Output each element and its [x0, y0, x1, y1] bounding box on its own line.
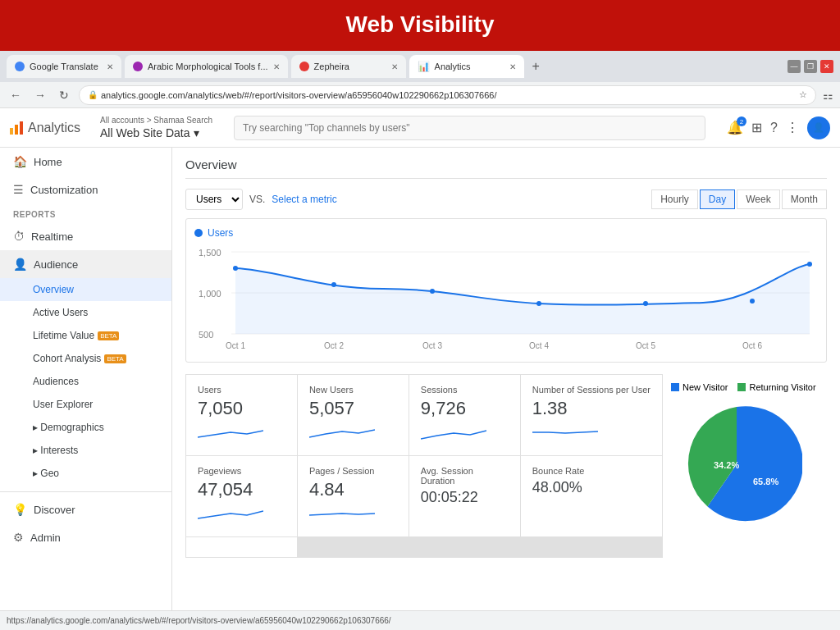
svg-point-12	[807, 262, 812, 267]
logo-bar-1	[10, 128, 13, 135]
sidebar-item-user-explorer[interactable]: User Explorer	[0, 393, 171, 416]
chart-legend-label: Users	[208, 227, 233, 239]
help-icon[interactable]: ?	[770, 121, 778, 135]
ga-account-info: All accounts > Shamaa Search All Web Sit…	[100, 116, 212, 139]
metric-selector[interactable]: Users	[185, 189, 243, 210]
breadcrumb: All accounts > Shamaa Search	[100, 116, 212, 125]
new-tab-button[interactable]: +	[532, 59, 540, 74]
close-button[interactable]: ✕	[820, 60, 833, 73]
tab-analytics[interactable]: 📊 Analytics ✕	[409, 55, 524, 78]
line-chart: 1,500 1,000 500 Oct 1	[194, 244, 818, 350]
ga-property-selector[interactable]: All Web Site Data ▾	[100, 126, 212, 139]
svg-point-9	[536, 301, 541, 306]
reload-button[interactable]: ↻	[56, 87, 72, 103]
admin-icon: ⚙	[13, 531, 24, 544]
sidebar-item-home[interactable]: 🏠 Home	[0, 148, 171, 176]
bookmark-icon[interactable]: ☆	[799, 89, 807, 100]
sidebar-audiences-label: Audiences	[33, 376, 79, 387]
chevron-down-icon: ▾	[194, 126, 199, 139]
web-visibility-banner: Web Visibility	[0, 0, 840, 51]
sidebar-item-customization[interactable]: ☰ Customization	[0, 176, 171, 203]
more-options-icon[interactable]: ⋮	[786, 120, 799, 135]
sidebar-geo-label: ▸ Geo	[33, 468, 59, 479]
address-bar[interactable]: 🔒 analytics.google.com/analytics/web/#/r…	[79, 85, 816, 105]
maximize-button[interactable]: ❐	[804, 60, 817, 73]
minimize-button[interactable]: —	[788, 60, 801, 73]
svg-text:1,000: 1,000	[199, 289, 221, 299]
chart-legend-dot	[194, 229, 203, 237]
sidebar: 🏠 Home ☰ Customization REPORTS ⏱ Realtim…	[0, 148, 172, 610]
avatar[interactable]: 👤	[807, 116, 830, 139]
sidebar-user-explorer-label: User Explorer	[33, 399, 93, 410]
metric-sessions-per-user: Number of Sessions per User 1.38	[521, 375, 662, 455]
metric-sessions-label: Sessions	[421, 385, 509, 395]
select-metric-link[interactable]: Select a metric	[272, 194, 336, 205]
sessions-per-user-sparkline	[532, 422, 598, 442]
svg-point-10	[643, 301, 648, 306]
time-month[interactable]: Month	[782, 189, 827, 209]
svg-text:34.2%: 34.2%	[714, 460, 739, 470]
metric-avg-session-value: 00:05:22	[421, 489, 509, 506]
sidebar-active-users-label: Active Users	[33, 307, 88, 318]
tab-arabic-tools-label: Arabic Morphological Tools f...	[148, 62, 268, 71]
time-hourly[interactable]: Hourly	[651, 189, 698, 209]
tab-zepheira[interactable]: Zepheira ✕	[291, 55, 406, 78]
controls-row: Users VS. Select a metric Hourly Day Wee…	[185, 189, 827, 210]
browser-chrome: Google Translate ✕ Arabic Morphological …	[0, 51, 840, 82]
sidebar-item-demographics[interactable]: ▸ Demographics	[0, 416, 171, 439]
tab-arabic-tools[interactable]: Arabic Morphological Tools f... ✕	[125, 55, 288, 78]
metric-sessions: Sessions 9,726	[409, 375, 520, 455]
svg-text:Oct 1: Oct 1	[226, 341, 245, 350]
tab-analytics-close[interactable]: ✕	[509, 62, 516, 71]
browser-window-controls: — ❐ ✕	[788, 60, 833, 73]
svg-text:Oct 6: Oct 6	[742, 341, 762, 350]
metric-placeholder	[186, 537, 297, 557]
ga-property-label: All Web Site Data	[100, 126, 189, 139]
notifications-icon[interactable]: 🔔2	[727, 120, 743, 135]
metric-pageviews-label: Pageviews	[198, 466, 285, 476]
time-week[interactable]: Week	[737, 189, 779, 209]
sidebar-item-discover[interactable]: 💡 Discover	[0, 495, 171, 523]
ga-header: Analytics All accounts > Shamaa Search A…	[0, 108, 840, 148]
sessions-sparkline	[421, 422, 486, 442]
sidebar-discover-label: Discover	[34, 504, 75, 516]
tab-analytics-label: Analytics	[435, 62, 471, 71]
sidebar-item-overview[interactable]: Overview	[0, 278, 171, 301]
tab-google-translate-close[interactable]: ✕	[107, 62, 113, 71]
sidebar-cohort-analysis-label: Cohort Analysis	[33, 353, 101, 364]
sidebar-audience-label: Audience	[34, 258, 78, 271]
sidebar-item-audience[interactable]: 👤 Audience	[0, 250, 171, 278]
metric-pages-session-value: 4.84	[309, 479, 397, 500]
extensions-icon[interactable]: ⚏	[823, 89, 833, 102]
metric-bounce-rate-label: Bounce Rate	[532, 466, 651, 476]
address-text: analytics.google.com/analytics/web/#/rep…	[101, 90, 496, 100]
time-buttons: Hourly Day Week Month	[651, 189, 827, 209]
metric-pageviews-value: 47,054	[198, 479, 285, 500]
metric-pages-session-label: Pages / Session	[309, 466, 397, 476]
discover-icon: 💡	[13, 503, 27, 516]
tab-zepheira-label: Zepheira	[314, 62, 349, 71]
home-icon: 🏠	[13, 155, 27, 168]
ga-search-input[interactable]	[234, 116, 705, 140]
sidebar-item-lifetime-value[interactable]: Lifetime Value BETA	[0, 324, 171, 347]
tab-google-translate[interactable]: Google Translate ✕	[7, 55, 121, 78]
sidebar-item-audiences[interactable]: Audiences	[0, 370, 171, 393]
sidebar-item-cohort-analysis[interactable]: Cohort Analysis BETA	[0, 347, 171, 370]
apps-grid-icon[interactable]: ⊞	[751, 120, 762, 135]
back-button[interactable]: ←	[7, 87, 25, 103]
sidebar-item-realtime[interactable]: ⏱ Realtime	[0, 222, 171, 250]
chart-area: Users 1,500 1,000 500	[185, 218, 827, 363]
sidebar-item-interests[interactable]: ▸ Interests	[0, 439, 171, 462]
forward-button[interactable]: →	[31, 87, 49, 103]
svg-text:65.8%: 65.8%	[753, 477, 778, 486]
tab-arabic-tools-close[interactable]: ✕	[273, 62, 280, 71]
sidebar-item-admin[interactable]: ⚙ Admin	[0, 523, 171, 551]
returning-visitor-color	[737, 383, 746, 391]
metrics-row: Users 7,050 New Users 5,057	[185, 374, 827, 566]
ga-search-container	[234, 116, 705, 140]
sidebar-item-geo[interactable]: ▸ Geo	[0, 462, 171, 485]
time-day[interactable]: Day	[700, 189, 735, 209]
svg-point-7	[331, 282, 336, 287]
tab-zepheira-close[interactable]: ✕	[391, 62, 398, 71]
sidebar-item-active-users[interactable]: Active Users	[0, 301, 171, 324]
